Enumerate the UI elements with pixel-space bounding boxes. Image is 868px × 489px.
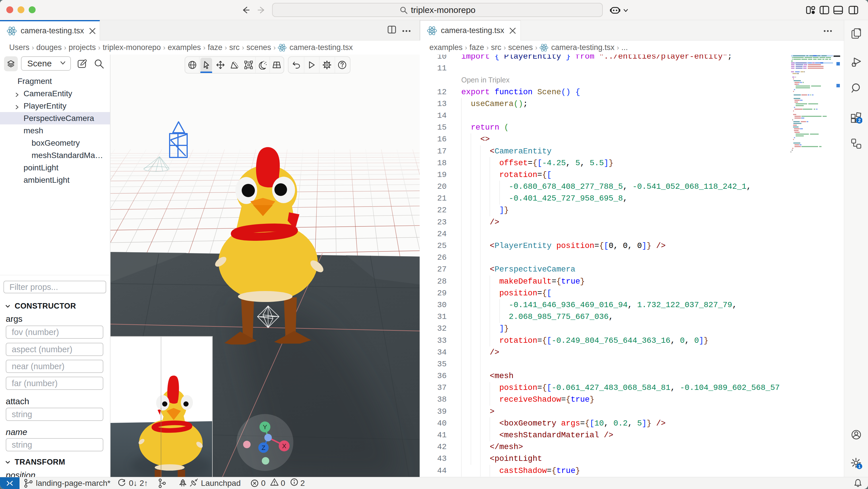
svg-text:Y: Y [263,424,267,431]
svg-text:X: X [282,442,286,450]
svg-text:1: 1 [858,464,861,469]
svg-text:Z: Z [261,444,265,451]
svg-text:2: 2 [858,118,861,123]
